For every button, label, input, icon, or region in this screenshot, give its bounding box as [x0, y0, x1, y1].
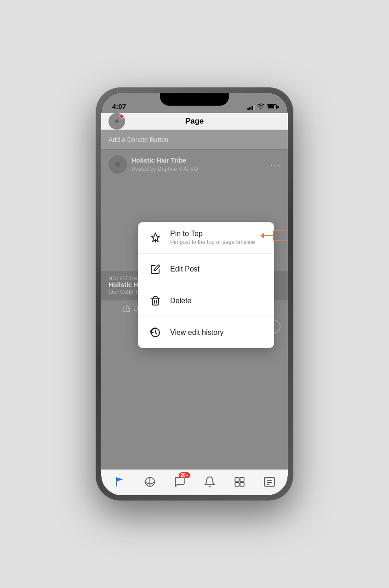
svg-rect-12 [235, 482, 239, 486]
menu-icon [263, 476, 275, 490]
post-header: Holistic Hair Tribe Posted by Daphne V A… [109, 155, 280, 174]
donate-text: Add a Donate Button [109, 136, 168, 143]
pages-icon [234, 476, 246, 490]
app-header: Page [101, 113, 288, 130]
delete-item[interactable]: Delete [138, 285, 274, 317]
view-edit-history-text: View edit history [170, 328, 265, 337]
post-author-info: Holistic Hair Tribe Posted by Daphne V A… [109, 155, 198, 174]
nav-item-notifications[interactable] [198, 472, 221, 493]
status-time: 4:07 [112, 102, 126, 110]
edit-icon [147, 261, 164, 277]
history-icon [147, 324, 164, 341]
bottom-nav: 20+ [101, 469, 288, 495]
post-avatar [109, 155, 127, 174]
delete-title: Delete [170, 297, 265, 305]
edit-post-title: Edit Post [170, 265, 265, 273]
phone-frame: 4:07 [96, 87, 293, 501]
nav-item-inbox[interactable]: 20+ [168, 472, 191, 493]
nav-item-pages[interactable] [228, 472, 251, 493]
post-more-button[interactable]: ··· [270, 159, 280, 170]
activity-icon [144, 476, 156, 490]
donate-button-row[interactable]: Add a Donate Button [101, 130, 288, 150]
notch [160, 93, 229, 106]
arrow-head [260, 233, 264, 238]
status-icons [247, 103, 277, 110]
page-title: Page [185, 117, 204, 126]
inbox-badge: 20+ [179, 472, 190, 478]
pin-to-top-text: Pin to Top Pin post to the top of page t… [170, 230, 265, 245]
pin-to-top-title: Pin to Top [170, 230, 265, 238]
avatar[interactable] [109, 113, 125, 130]
post-author-sub: Posted by Daphne V At SO [132, 166, 198, 172]
arrow-line [264, 235, 273, 236]
svg-rect-13 [240, 482, 244, 486]
dropdown-menu: Pin to Top Pin post to the top of page t… [138, 222, 274, 348]
phone-inner: 4:07 [101, 93, 288, 495]
view-edit-history-item[interactable]: View edit history [138, 317, 274, 348]
edit-post-text: Edit Post [170, 265, 265, 273]
pin-to-top-item[interactable]: Pin to Top Pin post to the top of page t… [138, 222, 274, 254]
view-edit-history-title: View edit history [170, 328, 265, 337]
pin-to-top-subtitle: Pin post to the top of page timeline [170, 239, 265, 245]
arrow-box [273, 230, 288, 241]
app-content: Add a Donate Button Holistic Hair Tribe … [101, 130, 288, 469]
post-card: Holistic Hair Tribe Posted by Daphne V A… [101, 150, 288, 179]
edit-post-item[interactable]: Edit Post [138, 254, 274, 285]
screen: 4:07 [101, 93, 288, 495]
pin-icon [147, 229, 164, 246]
trash-icon [147, 293, 164, 309]
svg-rect-11 [240, 477, 244, 481]
nav-item-activity[interactable] [138, 472, 161, 493]
wifi-icon [257, 103, 264, 110]
delete-text: Delete [170, 297, 265, 305]
signal-icon [247, 104, 255, 110]
arrow-annotation [260, 230, 288, 241]
svg-rect-10 [235, 477, 239, 481]
nav-item-home[interactable] [109, 472, 132, 493]
svg-rect-14 [264, 477, 275, 486]
nav-item-menu[interactable] [258, 472, 281, 493]
home-icon [114, 476, 126, 490]
bell-icon [204, 476, 216, 490]
post-author-name: Holistic Hair Tribe [132, 157, 186, 164]
battery-icon [267, 104, 277, 109]
